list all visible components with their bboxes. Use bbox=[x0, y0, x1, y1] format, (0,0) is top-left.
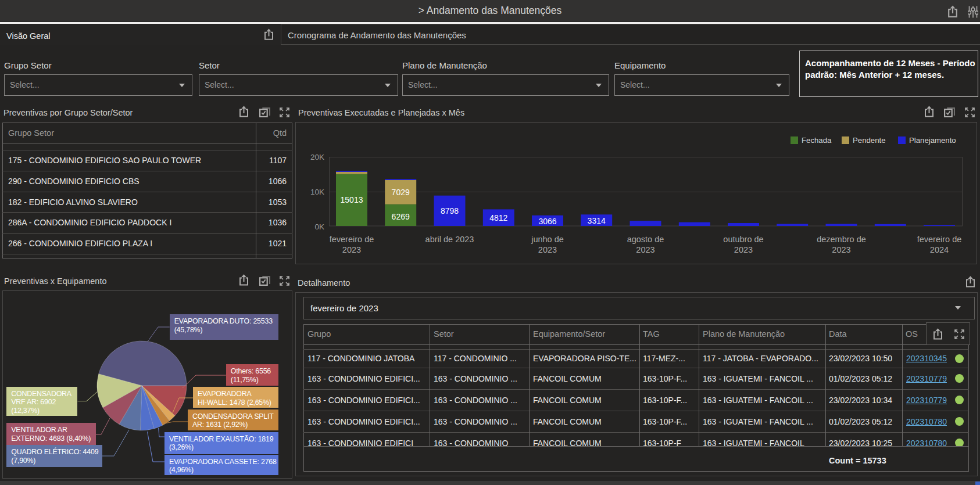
svg-text:15013: 15013 bbox=[341, 195, 363, 204]
svg-text:junho de: junho de bbox=[531, 235, 564, 244]
svg-text:fevereiro de: fevereiro de bbox=[330, 235, 374, 244]
svg-text:20K: 20K bbox=[310, 153, 324, 161]
svg-text:fevereiro de: fevereiro de bbox=[917, 235, 962, 244]
svg-text:0K: 0K bbox=[314, 222, 324, 231]
svg-text:Pendente: Pendente bbox=[853, 136, 885, 145]
svg-text:7029: 7029 bbox=[392, 188, 410, 197]
svg-text:3314: 3314 bbox=[588, 216, 606, 225]
svg-text:abril de 2023: abril de 2023 bbox=[425, 235, 474, 244]
svg-text:2023: 2023 bbox=[832, 245, 850, 254]
svg-text:outubro de: outubro de bbox=[723, 235, 763, 244]
svg-text:2023: 2023 bbox=[734, 245, 753, 254]
svg-text:agosto de: agosto de bbox=[627, 235, 664, 244]
svg-text:4812: 4812 bbox=[489, 213, 507, 222]
svg-text:2023: 2023 bbox=[636, 245, 654, 254]
svg-text:dezembro de: dezembro de bbox=[817, 235, 866, 244]
svg-text:2023: 2023 bbox=[538, 245, 557, 254]
svg-text:2024: 2024 bbox=[930, 245, 949, 254]
svg-text:2023: 2023 bbox=[342, 245, 361, 254]
svg-text:6269: 6269 bbox=[392, 212, 410, 221]
svg-text:3066: 3066 bbox=[538, 217, 556, 226]
svg-text:8798: 8798 bbox=[441, 206, 459, 215]
svg-text:10K: 10K bbox=[310, 188, 324, 196]
svg-text:Fechada: Fechada bbox=[802, 136, 832, 145]
svg-text:Planejamento: Planejamento bbox=[909, 136, 956, 145]
